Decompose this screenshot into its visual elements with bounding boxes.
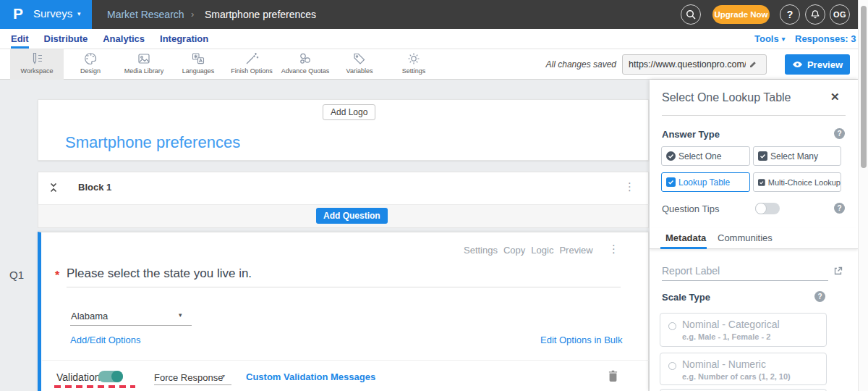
survey-url-input[interactable] [623, 59, 747, 70]
question-settings-link[interactable]: Settings [464, 245, 498, 256]
panel-tab-bar: Metadata Communities [650, 228, 858, 249]
trash-icon [608, 370, 618, 382]
force-response-dropdown[interactable]: Force Response [154, 372, 223, 383]
translate-icon [171, 51, 225, 67]
tab-distribute[interactable]: Distribute [44, 29, 88, 49]
help-icon[interactable]: ? [814, 291, 825, 302]
answer-type-select-many[interactable]: Select Many [753, 146, 841, 166]
preview-label: Preview [807, 59, 843, 70]
chain-links-icon [278, 51, 332, 67]
validation-red-dashes [54, 385, 135, 388]
validation-toggle[interactable] [98, 371, 123, 382]
preview-button[interactable]: Preview [785, 54, 850, 75]
search-button[interactable] [681, 4, 701, 25]
search-icon [686, 9, 696, 20]
save-status: All changes saved [506, 59, 616, 70]
answer-type-label: Answer Type [662, 129, 720, 140]
collapse-block-button[interactable] [49, 182, 58, 193]
toolbar-item-advance-quotas[interactable]: Advance Quotas [278, 49, 332, 80]
block-menu-button[interactable]: ⋮ [624, 181, 635, 192]
scale-type-label: Scale Type [662, 292, 710, 303]
block-header [38, 172, 649, 204]
upgrade-now-button[interactable]: Upgrade Now [712, 5, 770, 24]
pencil-icon [749, 61, 757, 69]
close-panel-button[interactable]: ✕ [830, 91, 840, 104]
question-logic-link[interactable]: Logic [531, 245, 553, 256]
force-response-underline [154, 384, 231, 385]
question-preview-link[interactable]: Preview [559, 245, 592, 256]
dropdown-caret-icon[interactable]: ▾ [179, 311, 182, 319]
answer-type-select-one[interactable]: Select One [661, 146, 750, 166]
question-menu-button[interactable]: ⋮ [608, 243, 619, 254]
radio-icon[interactable] [668, 322, 676, 330]
workspace-icon [10, 51, 64, 67]
toolbar-item-variables[interactable]: Variables [333, 49, 386, 80]
toolbar-item-workspace[interactable]: Workspace [10, 49, 64, 80]
chevron-down-icon: ▾ [782, 35, 786, 43]
toolbar-item-languages[interactable]: Languages [171, 49, 225, 80]
add-question-button[interactable]: Add Question [316, 208, 388, 224]
help-icon[interactable]: ? [834, 203, 845, 214]
edit-url-button[interactable] [747, 59, 758, 70]
tab-analytics[interactable]: Analytics [103, 29, 145, 49]
toolbar-item-finish-options[interactable]: Finish Options [225, 49, 278, 80]
question-tips-toggle[interactable] [755, 203, 780, 214]
chevron-down-icon: ▾ [77, 10, 81, 17]
tab-integration[interactable]: Integration [160, 29, 208, 49]
state-dropdown-value[interactable]: Alabama [71, 311, 108, 321]
toolbar-item-settings[interactable]: Settings [387, 49, 441, 80]
tab-metadata[interactable]: Metadata [665, 232, 706, 243]
square-check-icon [666, 177, 676, 187]
toggle-knob [755, 203, 767, 214]
help-icon[interactable]: ? [834, 128, 845, 139]
dropdown-caret-icon[interactable]: ▾ [222, 373, 225, 379]
breadcrumb-current: Smartphone preferences [205, 9, 316, 20]
toolbar-item-media-library[interactable]: Media Library [117, 49, 171, 80]
custom-validation-messages-link[interactable]: Custom Validation Messages [246, 371, 375, 382]
breadcrumb-folder[interactable]: Market Research [107, 9, 184, 20]
logo-product-switcher[interactable]: P Surveys ▾ [0, 0, 92, 29]
nav-tabs: Edit Distribute Analytics Integration [11, 29, 208, 49]
answer-type-lookup-table[interactable]: Lookup Table [661, 172, 750, 192]
palette-icon [64, 51, 117, 67]
notifications-button[interactable] [805, 4, 825, 25]
open-external-button[interactable] [833, 266, 843, 277]
panel-title: Select One Lookup Table [662, 91, 791, 104]
gear-icon [387, 51, 441, 67]
responses-link[interactable]: Responses: 3 [795, 33, 856, 44]
top-bar: P Surveys ▾ Market Research › Smartphone… [0, 0, 868, 29]
magic-wand-icon [225, 51, 278, 67]
add-edit-options-link[interactable]: Add/Edit Options [70, 335, 141, 345]
tools-label: Tools [754, 33, 779, 44]
tools-menu[interactable]: Tools ▾ [754, 33, 785, 44]
block-title: Block 1 [78, 182, 111, 193]
circle-check-icon [666, 151, 676, 161]
survey-nav-bar: Edit Distribute Analytics Integration To… [0, 29, 858, 49]
tab-communities[interactable]: Communities [718, 232, 773, 243]
toolbar-item-design[interactable]: Design [64, 49, 117, 80]
radio-icon[interactable] [668, 362, 676, 370]
tab-edit[interactable]: Edit [11, 29, 29, 49]
question-text[interactable]: Please select the state you live in. [67, 266, 252, 281]
panel-divider [662, 115, 846, 116]
editor-toolbar: Workspace Design Media Library Languages… [0, 49, 858, 80]
help-button[interactable]: ? [780, 4, 800, 25]
external-link-icon [833, 266, 843, 277]
survey-url-box [622, 54, 767, 75]
image-icon [117, 51, 171, 67]
survey-title[interactable]: Smartphone preferences [65, 133, 240, 152]
scale-option-nominal-categorical[interactable]: Nominal - Categorical e.g. Male - 1, Fem… [660, 313, 827, 347]
report-label-underline [662, 280, 828, 281]
avatar[interactable]: OG [830, 4, 850, 25]
delete-question-button[interactable] [608, 370, 618, 382]
edit-options-in-bulk-link[interactable]: Edit Options in Bulk [540, 335, 622, 345]
scale-option-nominal-numeric[interactable]: Nominal - Numeric e.g. Number of cars (1… [660, 353, 827, 385]
scrollbar-track[interactable] [858, 0, 868, 391]
add-logo-button[interactable]: Add Logo [323, 104, 375, 120]
question-copy-link[interactable]: Copy [503, 245, 525, 256]
square-check-icon [758, 178, 765, 187]
answer-type-multi-choice-lookup[interactable]: Multi-Choice Lookup [753, 172, 841, 192]
question-number: Q1 [9, 269, 24, 281]
scrollbar-thumb[interactable] [861, 6, 867, 168]
report-label-input[interactable]: Report Label [662, 265, 720, 277]
